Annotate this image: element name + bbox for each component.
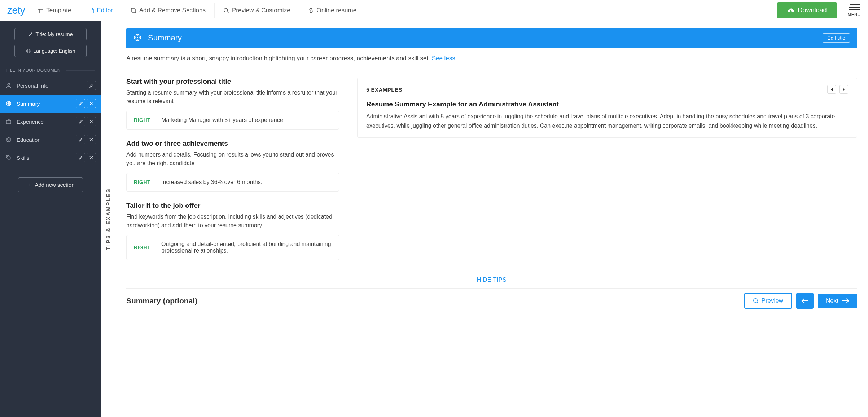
title-button[interactable]: Title: My resume bbox=[14, 28, 87, 40]
tip-heading: Add two or three achievements bbox=[126, 140, 339, 148]
footer-row: Summary (optional) Preview Next bbox=[126, 288, 857, 313]
nav-online-resume[interactable]: Online resume bbox=[299, 3, 366, 18]
plus-icon: ＋ bbox=[26, 181, 32, 188]
add-section-button[interactable]: ＋ Add new section bbox=[18, 177, 83, 192]
nav-label: Online resume bbox=[317, 7, 357, 14]
link-icon bbox=[308, 8, 314, 13]
download-label: Download bbox=[798, 6, 827, 14]
sidebar-item-summary[interactable]: Summary bbox=[0, 95, 101, 113]
svg-point-12 bbox=[9, 104, 9, 104]
edit-icon-button[interactable] bbox=[87, 81, 96, 90]
arrow-left-icon bbox=[801, 298, 808, 303]
arrow-right-icon bbox=[842, 298, 849, 303]
pencil-icon bbox=[29, 32, 33, 36]
globe-icon bbox=[26, 49, 31, 53]
delete-icon-button[interactable] bbox=[87, 135, 96, 144]
nav-label: Template bbox=[46, 7, 71, 14]
nav-template[interactable]: Template bbox=[29, 3, 80, 18]
example-text: Marketing Manager with 5+ years of exper… bbox=[161, 117, 285, 123]
tips-rail-label: TIPS & EXAMPLES bbox=[105, 188, 111, 250]
intro-text: A resume summary is a short, snappy intr… bbox=[126, 55, 430, 62]
example-body: Administrative Assistant with 5 years of… bbox=[366, 112, 848, 130]
title-label: Title: My resume bbox=[36, 31, 73, 37]
nav-label: Add & Remove Sections bbox=[139, 7, 206, 14]
search-icon bbox=[223, 8, 229, 13]
example-text: Outgoing and detail-oriented, proficient… bbox=[161, 241, 332, 254]
target-icon bbox=[133, 34, 142, 42]
nav-preview-customize[interactable]: Preview & Customize bbox=[215, 3, 299, 18]
target-icon bbox=[5, 100, 12, 107]
menu-label: MENU bbox=[848, 12, 861, 17]
sidebar-item-label: Skills bbox=[17, 155, 29, 161]
template-icon bbox=[38, 8, 43, 13]
sidebar-item-experience[interactable]: Experience bbox=[0, 113, 101, 131]
example-box: RIGHT Outgoing and detail-oriented, prof… bbox=[126, 235, 339, 260]
examples-column: 5 EXAMPLES Resume Summary Example for an… bbox=[357, 78, 857, 270]
nav-editor[interactable]: Editor bbox=[80, 3, 122, 18]
download-button[interactable]: Download bbox=[777, 2, 837, 18]
svg-rect-0 bbox=[38, 8, 43, 13]
svg-point-4 bbox=[224, 8, 228, 12]
tip-heading: Start with your professional title bbox=[126, 78, 339, 85]
svg-point-9 bbox=[8, 83, 10, 85]
svg-point-25 bbox=[137, 37, 138, 38]
svg-line-5 bbox=[227, 12, 229, 13]
see-less-link[interactable]: See less bbox=[432, 55, 455, 62]
tip-body: Starting a resume summary with your prof… bbox=[126, 88, 339, 106]
next-button[interactable]: Next bbox=[818, 294, 857, 308]
next-example-button[interactable] bbox=[839, 85, 848, 94]
examples-count: 5 EXAMPLES bbox=[366, 87, 827, 93]
tip-heading: Tailor it to the job offer bbox=[126, 202, 339, 210]
preview-label: Preview bbox=[762, 297, 783, 304]
sidebar-item-label: Personal Info bbox=[17, 83, 48, 89]
delete-icon-button[interactable] bbox=[87, 153, 96, 162]
section-header: Summary Edit title bbox=[126, 28, 857, 48]
back-button[interactable] bbox=[796, 293, 814, 309]
fill-label: FILL IN YOUR DOCUMENT bbox=[0, 61, 101, 76]
edit-icon-button[interactable] bbox=[76, 153, 85, 162]
hide-tips-button[interactable]: HIDE TIPS bbox=[126, 270, 857, 288]
tip-body: Find keywords from the job description, … bbox=[126, 212, 339, 230]
sidebar: Title: My resume Language: English FILL … bbox=[0, 21, 101, 417]
tag-icon bbox=[5, 154, 12, 161]
next-label: Next bbox=[826, 297, 838, 304]
nav-add-remove-sections[interactable]: Add & Remove Sections bbox=[122, 3, 215, 18]
copy-icon bbox=[131, 8, 136, 13]
sidebar-item-education[interactable]: Education bbox=[0, 131, 101, 149]
sidebar-item-skills[interactable]: Skills bbox=[0, 149, 101, 167]
right-tag: RIGHT bbox=[134, 117, 150, 123]
edit-title-button[interactable]: Edit title bbox=[823, 33, 850, 43]
sidebar-item-personal-info[interactable]: Personal Info bbox=[0, 76, 101, 95]
graduation-icon bbox=[5, 136, 12, 143]
add-section-label: Add new section bbox=[35, 182, 74, 188]
tip-body: Add numbers and details. Focusing on res… bbox=[126, 150, 339, 168]
delete-icon-button[interactable] bbox=[87, 99, 96, 108]
delete-icon-button[interactable] bbox=[87, 117, 96, 126]
tips-rail[interactable]: TIPS & EXAMPLES bbox=[101, 21, 115, 417]
search-icon bbox=[753, 298, 759, 304]
preview-button[interactable]: Preview bbox=[744, 293, 792, 309]
sidebar-item-label: Experience bbox=[17, 119, 44, 125]
sidebar-item-label: Education bbox=[17, 137, 41, 143]
briefcase-icon bbox=[5, 118, 12, 125]
edit-icon-button[interactable] bbox=[76, 135, 85, 144]
section-title: Summary bbox=[148, 33, 817, 43]
top-bar: zety Template Editor Add & Remove Sectio… bbox=[0, 0, 868, 21]
edit-icon-button[interactable] bbox=[76, 117, 85, 126]
svg-rect-15 bbox=[6, 120, 11, 124]
main-panel: Summary Edit title A resume summary is a… bbox=[115, 21, 868, 417]
tip-block: Start with your professional title Start… bbox=[126, 78, 339, 130]
intro-row: A resume summary is a short, snappy intr… bbox=[126, 48, 857, 69]
prev-example-button[interactable] bbox=[827, 85, 836, 94]
right-tag: RIGHT bbox=[134, 245, 150, 250]
language-button[interactable]: Language: English bbox=[14, 45, 87, 57]
edit-icon-button[interactable] bbox=[76, 99, 85, 108]
menu-button[interactable]: MENU bbox=[844, 4, 864, 17]
person-icon bbox=[5, 82, 12, 89]
document-icon bbox=[89, 8, 94, 13]
nav-label: Preview & Customize bbox=[232, 7, 290, 14]
tip-block: Add two or three achievements Add number… bbox=[126, 140, 339, 192]
example-box: RIGHT Increased sales by 36% over 6 mont… bbox=[126, 173, 339, 192]
language-label: Language: English bbox=[34, 48, 75, 54]
tip-block: Tailor it to the job offer Find keywords… bbox=[126, 202, 339, 260]
